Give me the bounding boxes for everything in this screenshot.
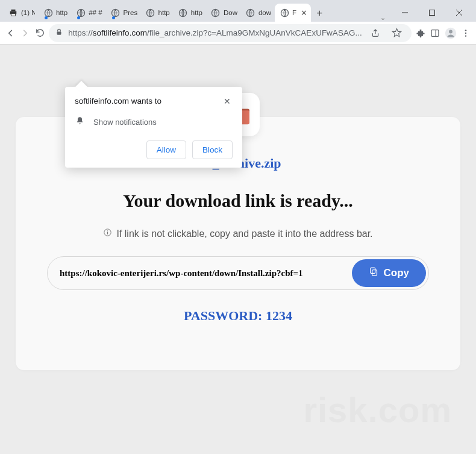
notif-close-icon[interactable]: ✕	[222, 96, 233, 106]
forward-button[interactable]	[19, 25, 30, 42]
bookmark-icon[interactable]	[389, 25, 406, 42]
tab-label: Dow	[224, 9, 237, 16]
tab-3[interactable]: Pres	[106, 4, 141, 22]
svg-rect-12	[429, 10, 434, 16]
menu-icon[interactable]	[460, 25, 471, 42]
block-button[interactable]: Block	[192, 140, 233, 159]
toolbar: https://softlifeinfo.com/file_archive.zi…	[0, 22, 476, 45]
sidepanel-icon[interactable]	[430, 25, 440, 42]
notification-popup: softlifeinfo.com wants to ✕ Show notific…	[65, 87, 242, 168]
tab-close-icon[interactable]: ✕	[299, 8, 307, 17]
tab-label: http	[158, 9, 170, 16]
tab-5[interactable]: http	[174, 4, 206, 22]
copy-label: Copy	[384, 267, 410, 279]
printer-icon	[8, 8, 18, 17]
back-button[interactable]	[5, 25, 16, 42]
new-tab-button[interactable]: +	[311, 5, 328, 22]
url-path: /file_archive.zip?c=ALma9GMxNgUAnVkCAExU…	[147, 28, 362, 37]
tab-label: Pres	[124, 9, 137, 16]
globe-icon	[146, 8, 155, 17]
maximize-button[interactable]	[418, 4, 445, 22]
copy-button[interactable]: Copy	[352, 259, 427, 287]
bell-icon	[75, 116, 85, 128]
url-host: softlifeinfo.com	[93, 28, 147, 37]
loading-dot-icon	[112, 16, 115, 19]
tab-7[interactable]: dow	[241, 4, 275, 22]
tab-1[interactable]: http	[39, 4, 71, 22]
close-window-button[interactable]	[445, 4, 472, 22]
svg-point-21	[465, 32, 466, 33]
globe-icon	[246, 8, 255, 17]
tab-label: F	[292, 9, 296, 16]
svg-rect-2	[11, 14, 16, 16]
reload-button[interactable]	[34, 25, 45, 42]
tab-6[interactable]: Dow	[206, 4, 241, 22]
svg-rect-16	[431, 30, 439, 36]
tab-label: ## #	[89, 9, 102, 16]
watermark-text: risk.com	[303, 389, 452, 430]
lock-icon[interactable]	[55, 28, 63, 38]
svg-rect-27	[107, 232, 108, 235]
address-bar[interactable]: https://softlifeinfo.com/file_archive.zi…	[49, 24, 411, 42]
globe-icon	[280, 8, 289, 17]
svg-rect-29	[370, 268, 375, 273]
loading-dot-icon	[77, 16, 80, 19]
tab-0[interactable]: (1) N	[4, 4, 39, 22]
tab-label: http	[56, 9, 67, 16]
svg-point-22	[465, 35, 466, 36]
hint-row: If link is not clickable, copy and paste…	[40, 228, 436, 239]
url-protocol: https://	[68, 28, 93, 37]
globe-icon	[211, 8, 221, 17]
svg-rect-0	[11, 10, 16, 11]
download-heading: Your download link is ready...	[40, 191, 436, 211]
extensions-icon[interactable]	[415, 25, 426, 42]
password-text: PASSWORD: 1234	[40, 308, 436, 324]
tab-overflow-icon[interactable]: ⌄	[374, 14, 391, 22]
tab-4[interactable]: http	[141, 4, 174, 22]
globe-icon	[178, 8, 188, 17]
tab-label: dow	[258, 9, 271, 16]
loading-dot-icon	[45, 16, 48, 19]
svg-point-26	[107, 230, 108, 232]
info-icon	[103, 228, 112, 239]
url-text: https://softlifeinfo.com/file_archive.zi…	[68, 28, 362, 37]
tab-8-active[interactable]: F ✕	[275, 4, 311, 22]
allow-button[interactable]: Allow	[146, 140, 186, 159]
notif-message: Show notifications	[93, 118, 157, 127]
profile-icon[interactable]	[445, 25, 457, 42]
svg-rect-28	[372, 270, 377, 276]
svg-point-20	[465, 30, 466, 31]
tab-2[interactable]: ## #	[71, 4, 105, 22]
download-link[interactable]: https://kokovic-enterijeri.rs/wp-content…	[48, 257, 349, 289]
hint-text: If link is not clickable, copy and paste…	[116, 229, 372, 239]
tab-strip: (1) N http ## # Pres http http Dow dow F…	[0, 0, 476, 22]
minimize-button[interactable]	[391, 4, 418, 22]
tab-label: (1) N	[21, 9, 35, 16]
notif-title: softlifeinfo.com wants to	[75, 96, 161, 106]
share-icon[interactable]	[367, 25, 384, 42]
svg-point-19	[449, 30, 453, 33]
page: risk.com file_archive.zip Your download …	[0, 45, 476, 454]
copy-icon	[369, 266, 379, 280]
svg-rect-15	[57, 31, 61, 34]
tab-label: http	[191, 9, 202, 16]
link-row: https://kokovic-enterijeri.rs/wp-content…	[47, 256, 429, 290]
